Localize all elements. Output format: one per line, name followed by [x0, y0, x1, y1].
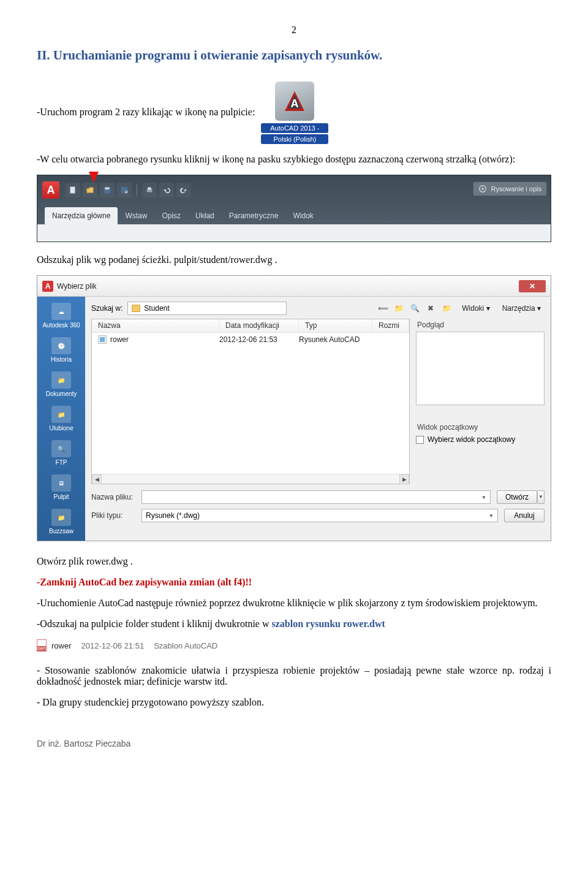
dialog-title: Wybierz plik — [57, 282, 97, 291]
cancel-button[interactable]: Anuluj — [504, 509, 545, 522]
autocad-desktop-icon[interactable]: A AutoCAD 2013 - Polski (Polish) — [261, 82, 328, 144]
col-name[interactable]: Nazwa — [92, 319, 219, 332]
newfolder-icon[interactable]: 📁 — [440, 302, 453, 315]
tab-annotate[interactable]: Opisz — [154, 207, 188, 224]
template-file-type: Szablon AutoCAD — [154, 641, 217, 650]
svg-text:A: A — [291, 97, 299, 110]
place-fav[interactable]: 📁Ulubione — [37, 406, 85, 432]
scroll-right-icon[interactable]: ▶ — [399, 474, 409, 484]
places-bar: ☁Autodesk 360 🕑Historia 📁Dokumenty 📁Ulub… — [37, 297, 85, 541]
ribbon-screenshot: A Rysowanie i opis Narzędzia główne Wsta… — [37, 175, 551, 242]
place-a360[interactable]: ☁Autodesk 360 — [37, 303, 85, 329]
page-number: 2 — [37, 25, 551, 36]
filename-input[interactable]: ▼ — [141, 490, 491, 504]
delete-icon[interactable]: ✖ — [424, 302, 437, 315]
paragraph-open-file: Otwórz plik rower.dwg . — [37, 556, 551, 567]
tab-insert[interactable]: Wstaw — [118, 207, 154, 224]
tab-view[interactable]: Widok — [285, 207, 320, 224]
lookin-value: Student — [144, 304, 169, 313]
h-scrollbar[interactable]: ◀ ▶ — [92, 474, 409, 484]
footer: Dr inż. Bartosz Pieczaba — [37, 739, 551, 748]
svg-point-10 — [482, 188, 484, 190]
dwt-icon: DWT — [37, 639, 47, 652]
template-file-row[interactable]: DWT rower 2012-12-06 21:51 Szablon AutoC… — [37, 639, 551, 652]
col-type[interactable]: Typ — [299, 319, 372, 332]
tab-home[interactable]: Narzędzia główne — [45, 207, 118, 224]
tools-dropdown[interactable]: Narzędzia ▾ — [499, 304, 545, 313]
saveas-icon[interactable] — [117, 183, 132, 197]
app-menu-button[interactable]: A — [42, 181, 59, 199]
folder-icon — [132, 305, 140, 312]
paragraph-open: -W celu otwarcia pobranego rysunku klikn… — [37, 154, 551, 165]
scroll-left-icon[interactable]: ◀ — [92, 474, 102, 484]
dwg-icon — [98, 335, 107, 344]
file-list[interactable]: Nazwa Data modyfikacji Typ Rozmi rower 2… — [91, 319, 410, 484]
paragraph-dblclick: -Uruchomienie AutoCad następuje również … — [37, 598, 551, 609]
paragraph-template: -Odszukaj na pulpicie folder student i k… — [37, 618, 551, 630]
new-icon[interactable] — [66, 183, 80, 197]
svg-rect-5 — [105, 188, 110, 190]
section-heading: II. Uruchamianie programu i otwieranie z… — [37, 48, 551, 63]
tab-layout[interactable]: Układ — [188, 207, 222, 224]
back-icon[interactable]: ⟸ — [376, 302, 390, 315]
template-file-date: 2012-12-06 21:51 — [81, 641, 145, 650]
checkbox-icon — [416, 436, 424, 444]
autocad-logo-icon: A — [275, 82, 314, 121]
file-row[interactable]: rower 2012-12-06 21:53 Rysunek AutoCAD — [92, 333, 409, 346]
paragraph-close-acad: -Zamknij AutoCad bez zapisywania zmian (… — [37, 577, 551, 588]
preview-label: Podgląd — [417, 321, 545, 329]
paragraph-launch: -Uruchom program 2 razy klikając w ikonę… — [37, 107, 255, 117]
print-icon[interactable] — [142, 183, 157, 197]
paragraph-path: Odszukaj plik wg podanej ścieżki. pulpit… — [37, 254, 551, 265]
place-history[interactable]: 🕑Historia — [37, 337, 85, 363]
up-icon[interactable]: 📁 — [392, 302, 405, 315]
col-date[interactable]: Data modyfikacji — [219, 319, 299, 332]
svg-rect-8 — [148, 188, 151, 190]
place-docs[interactable]: 📁Dokumenty — [37, 371, 85, 397]
lookin-combo[interactable]: Student — [127, 302, 287, 315]
startview-label: Widok początkowy — [417, 423, 545, 432]
paragraph-group: - Dla grupy studenckiej przygotowano pow… — [37, 697, 551, 708]
paragraph-templates: - Stosowanie szablonów znakomicie ułatwi… — [37, 665, 551, 687]
open-button[interactable]: Otwórz — [497, 490, 537, 504]
place-ftp[interactable]: 🔍FTP — [37, 440, 85, 466]
workspace-label: Rysowanie i opis — [491, 185, 541, 192]
dialog-app-icon: A — [42, 281, 53, 292]
file-open-dialog: A Wybierz plik ✕ ☁Autodesk 360 🕑Historia… — [37, 275, 551, 541]
search-icon[interactable]: 🔍 — [408, 302, 421, 315]
workspace-dropdown[interactable]: Rysowanie i opis — [473, 181, 547, 196]
views-dropdown[interactable]: Widoki ▾ — [458, 304, 493, 313]
filename-label: Nazwa pliku: — [91, 493, 135, 501]
lookin-label: Szukaj w: — [91, 304, 123, 313]
redo-icon[interactable] — [176, 183, 191, 197]
undo-icon[interactable] — [159, 183, 174, 197]
svg-rect-3 — [70, 187, 75, 194]
close-icon[interactable]: ✕ — [519, 280, 546, 292]
icon-caption-1: AutoCAD 2013 - — [261, 123, 328, 133]
tab-parametric[interactable]: Parametryczne — [222, 207, 286, 224]
template-file-name: rower — [51, 641, 72, 650]
template-name: szablon rysunku rower.dwt — [271, 618, 385, 629]
icon-caption-2: Polski (Polish) — [261, 134, 328, 144]
filetype-label: Pliki typu: — [91, 511, 135, 520]
filetype-combo[interactable]: Rysunek (*.dwg)▼ — [141, 509, 498, 522]
open-icon[interactable] — [83, 183, 97, 197]
col-size[interactable]: Rozmi — [372, 319, 409, 332]
save-icon[interactable] — [100, 183, 115, 197]
place-desk[interactable]: 🖥Pulpit — [37, 474, 85, 500]
open-split-icon[interactable]: ▼ — [537, 490, 545, 504]
startview-check[interactable]: Wybierz widok początkowy — [416, 435, 545, 444]
place-buzz[interactable]: 📁Buzzsaw — [37, 509, 85, 535]
preview-box — [416, 332, 545, 405]
